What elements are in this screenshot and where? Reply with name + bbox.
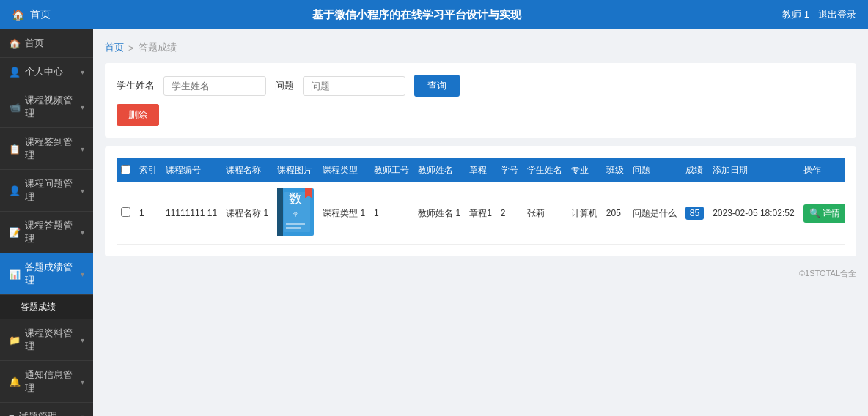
exam-icon: ≡ (9, 412, 15, 417)
sidebar-sub-item-answer-score[interactable]: 答题成绩 (0, 295, 93, 319)
col-student-no: 学号 (496, 158, 523, 182)
sidebar-item-home[interactable]: 🏠 首页 (0, 29, 93, 58)
row-teacher-name: 教师姓名 1 (413, 182, 465, 245)
col-action: 操作 (799, 158, 845, 182)
detail-button[interactable]: 🔍 详情 (803, 204, 845, 223)
chevron-icon5: ▾ (81, 270, 84, 278)
top-header: 🏠 首页 基于微信小程序的在线学习平台设计与实现 教师 1 退出登录 (0, 0, 868, 29)
row-course-name: 课程名称 1 (221, 182, 273, 245)
copyright: ©1STOTAL合全 (799, 269, 856, 278)
question-input[interactable] (303, 76, 405, 96)
chevron-icon: ▾ (81, 103, 84, 111)
question-icon: 👤 (9, 185, 21, 196)
header-title: 基于微信小程序的在线学习平台设计与实现 (312, 8, 521, 22)
row-student-name: 张莉 (523, 182, 567, 245)
data-table: 索引 课程编号 课程名称 课程图片 课程类型 教师工号 教师姓名 章程 学号 学… (117, 158, 845, 245)
sidebar-answer-label: 课程答题管理 (25, 219, 81, 245)
svg-rect-1 (277, 188, 283, 236)
batch-delete-button[interactable]: 删除 (117, 104, 159, 126)
sidebar-item-notice[interactable]: 🔔 通知信息管理 ▾ (0, 361, 93, 403)
score-icon: 📊 (9, 269, 21, 280)
row-class: 205 (602, 182, 628, 245)
sidebar-personal-label: 个人中心 (25, 65, 63, 78)
sidebar-item-resource[interactable]: 📁 课程资料管理 ▾ (0, 319, 93, 361)
header-home[interactable]: 🏠 首页 (12, 8, 51, 21)
sidebar-video-label: 课程视频管理 (25, 94, 81, 120)
col-course-img: 课程图片 (273, 158, 318, 182)
col-course-type: 课程类型 (318, 158, 369, 182)
col-course-no: 课程编号 (161, 158, 221, 182)
sidebar-item-question[interactable]: 👤 课程问题管理 ▾ (0, 170, 93, 212)
sidebar-sign-label: 课程签到管理 (25, 135, 81, 162)
student-name-label: 学生姓名 (117, 79, 155, 92)
row-actions: 🔍 详情 🗑 删除 (799, 182, 845, 245)
svg-text:数: 数 (289, 191, 302, 206)
select-all-checkbox[interactable] (121, 165, 130, 174)
table-body: 1 11111111 11 课程名称 1 数 学 课程类型 1 1 教师姓名 1… (117, 182, 845, 245)
home-nav-icon: 🏠 (12, 9, 24, 21)
sidebar-item-score[interactable]: 📊 答题成绩管理 ▾ (0, 253, 93, 295)
resource-icon: 📁 (9, 335, 21, 346)
sidebar-item-personal[interactable]: 👤 个人中心 ▾ (0, 58, 93, 86)
col-class: 班级 (602, 158, 628, 182)
row-score: 85 (681, 182, 708, 245)
row-course-type: 课程类型 1 (318, 182, 369, 245)
sidebar-item-answer[interactable]: 📝 课程答题管理 ▾ (0, 212, 93, 253)
sidebar: 🏠 首页 👤 个人中心 ▾ 📹 课程视频管理 ▾ 📋 课程签到管理 ▾ (0, 29, 93, 416)
logout-link[interactable]: 退出登录 (818, 8, 856, 21)
table-container: 索引 课程编号 课程名称 课程图片 课程类型 教师工号 教师姓名 章程 学号 学… (117, 158, 845, 245)
col-question: 问题 (628, 158, 681, 182)
breadcrumb-home[interactable]: 首页 (105, 41, 124, 54)
person-icon: 👤 (9, 67, 21, 78)
col-teacher-name: 教师姓名 (413, 158, 465, 182)
col-course-name: 课程名称 (221, 158, 273, 182)
home-icon: 🏠 (9, 38, 21, 49)
table-header-row: 索引 课程编号 课程名称 课程图片 课程类型 教师工号 教师姓名 章程 学号 学… (117, 158, 845, 182)
col-major: 专业 (567, 158, 602, 182)
row-chapter: 章程1 (465, 182, 496, 245)
breadcrumb: 首页 > 答题成绩 (105, 41, 856, 54)
breadcrumb-separator: > (128, 42, 134, 53)
header-user-area: 教师 1 退出登录 (782, 8, 856, 21)
search-row: 学生姓名 问题 查询 (117, 75, 845, 97)
col-add-date: 添加日期 (708, 158, 798, 182)
sidebar-question-label: 课程问题管理 (25, 177, 81, 204)
table-card: 索引 课程编号 课程名称 课程图片 课程类型 教师工号 教师姓名 章程 学号 学… (105, 146, 856, 256)
chevron-icon8: ▾ (81, 413, 84, 417)
col-teacher-no: 教师工号 (369, 158, 413, 182)
sidebar-item-sign[interactable]: 📋 课程签到管理 ▾ (0, 128, 93, 170)
answer-icon: 📝 (9, 227, 21, 238)
query-button[interactable]: 查询 (414, 75, 460, 97)
sidebar-item-video[interactable]: 📹 课程视频管理 ▾ (0, 86, 93, 128)
main-content: 首页 > 答题成绩 学生姓名 问题 查询 删除 (93, 29, 868, 416)
row-course-no: 11111111 11 (161, 182, 221, 245)
row-index: 1 (135, 182, 161, 245)
row-checkbox[interactable] (121, 207, 130, 217)
header-home-label: 首页 (30, 8, 51, 21)
svg-text:学: 学 (293, 212, 298, 217)
video-icon: 📹 (9, 102, 21, 113)
chevron-icon2: ▾ (81, 145, 84, 153)
search-card: 学生姓名 问题 查询 删除 (105, 63, 856, 138)
sidebar-exam-label: 试题管理 (19, 410, 57, 416)
col-index: 索引 (135, 158, 161, 182)
sidebar-resource-label: 课程资料管理 (25, 327, 81, 353)
col-score: 成绩 (681, 158, 708, 182)
breadcrumb-current: 答题成绩 (139, 41, 177, 54)
chevron-icon4: ▾ (81, 229, 84, 237)
row-course-img: 数 学 (273, 182, 318, 245)
table-row: 1 11111111 11 课程名称 1 数 学 课程类型 1 1 教师姓名 1… (117, 182, 845, 245)
teacher-label: 教师 1 (782, 8, 809, 21)
chevron-icon7: ▾ (81, 378, 84, 386)
sidebar-score-label: 答题成绩管理 (25, 261, 81, 287)
col-student-name: 学生姓名 (523, 158, 567, 182)
svg-rect-5 (286, 223, 305, 225)
sidebar-item-exam[interactable]: ≡ 试题管理 ▾ (0, 403, 93, 416)
sidebar-home-label: 首页 (25, 37, 44, 50)
footer-bar: ©1STOTAL合全 (105, 265, 856, 282)
chevron-down-icon: ▾ (81, 68, 84, 76)
student-name-input[interactable] (163, 76, 266, 96)
chevron-icon3: ▾ (81, 187, 84, 195)
row-student-no: 2 (496, 182, 523, 245)
row-major: 计算机 (567, 182, 602, 245)
